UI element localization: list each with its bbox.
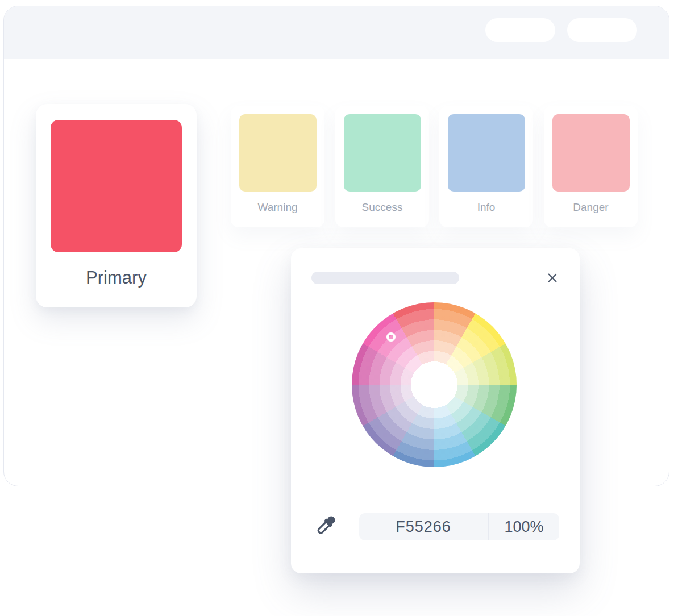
warning-color-label: Warning <box>231 201 324 214</box>
window-header <box>4 6 669 59</box>
color-picker-modal: F55266 100% <box>291 248 580 573</box>
primary-color-label: Primary <box>36 268 197 288</box>
primary-color-swatch[interactable] <box>51 120 182 252</box>
picker-footer: F55266 100% <box>291 509 580 545</box>
success-color-label: Success <box>335 201 429 214</box>
success-color-swatch[interactable] <box>344 114 421 192</box>
eyedropper-icon[interactable] <box>312 512 339 539</box>
header-pill-button-1[interactable] <box>485 18 555 42</box>
info-color-label: Info <box>439 201 533 214</box>
hex-value-input[interactable]: F55266 <box>359 513 488 540</box>
warning-color-swatch[interactable] <box>239 114 317 192</box>
danger-color-swatch[interactable] <box>552 114 630 192</box>
info-color-swatch[interactable] <box>448 114 525 192</box>
primary-color-card[interactable]: Primary <box>36 104 197 307</box>
color-selector-handle[interactable] <box>386 332 396 342</box>
color-value-group: F55266 100% <box>359 513 559 540</box>
color-wheel-rings <box>352 302 517 467</box>
swatch-card-warning[interactable]: Warning <box>231 106 324 227</box>
danger-color-label: Danger <box>544 201 638 214</box>
swatch-card-danger[interactable]: Danger <box>544 106 638 227</box>
close-icon[interactable] <box>544 270 560 286</box>
modal-title-placeholder <box>311 272 459 284</box>
swatch-card-success[interactable]: Success <box>335 106 429 227</box>
header-pill-button-2[interactable] <box>567 18 637 42</box>
opacity-value-input[interactable]: 100% <box>488 513 559 540</box>
color-wheel-area <box>352 302 517 467</box>
swatch-card-info[interactable]: Info <box>439 106 533 227</box>
